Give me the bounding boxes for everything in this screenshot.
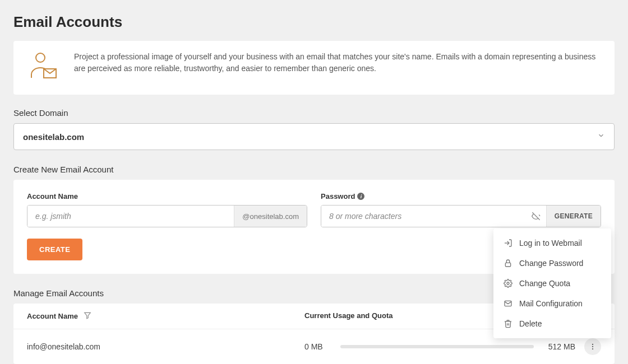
password-input[interactable] [321,206,526,227]
svg-rect-8 [505,263,510,267]
generate-password-button[interactable]: GENERATE [546,206,601,227]
filter-icon[interactable] [84,311,91,321]
menu-mail-config[interactable]: Mail Configuration [493,293,611,314]
email-user-icon [27,51,61,85]
svg-point-0 [36,53,45,62]
intro-card: Project a professional image of yourself… [13,41,615,95]
quota-max: 512 MB [542,342,575,351]
menu-change-password[interactable]: Change Password [493,253,611,273]
row-actions-menu: Log in to Webmail Change Password Change… [493,228,611,338]
mail-config-icon [504,299,512,308]
menu-item-label: Delete [519,319,542,328]
page-title: Email Accounts [13,13,615,31]
toggle-password-visibility-icon[interactable] [526,206,546,227]
domain-select[interactable]: onesitelab.com [13,123,615,150]
svg-point-4 [592,344,593,345]
menu-item-label: Change Password [519,259,583,268]
trash-icon [504,319,512,328]
create-account-label: Create New Email Account [13,165,615,174]
svg-point-6 [592,348,593,349]
column-account-name: Account Name [27,312,78,320]
password-label: Password i [321,192,601,200]
gear-icon [504,279,512,288]
account-email: info@onesitelab.com [27,342,304,351]
svg-point-9 [507,282,509,284]
usage-value: 0 MB [304,342,333,351]
account-name-suffix: @onesitelab.com [234,206,307,227]
menu-change-quota[interactable]: Change Quota [493,273,611,293]
quota-progress-bar [340,345,534,348]
selected-domain-value: onesitelab.com [23,132,84,142]
row-actions-button[interactable] [584,338,601,355]
menu-item-label: Log in to Webmail [519,239,582,248]
svg-point-5 [592,346,593,347]
select-domain-label: Select Domain [13,108,615,118]
menu-login-webmail[interactable]: Log in to Webmail [493,233,611,253]
svg-marker-3 [85,312,91,319]
account-name-input-group: @onesitelab.com [27,205,307,227]
chevron-down-icon [597,132,605,142]
menu-item-label: Mail Configuration [519,299,583,308]
account-name-input[interactable] [27,206,234,227]
login-icon [504,239,512,248]
intro-text: Project a professional image of yourself… [74,51,601,74]
create-button[interactable]: CREATE [27,239,82,260]
info-icon[interactable]: i [357,193,364,200]
account-name-label: Account Name [27,192,307,200]
menu-item-label: Change Quota [519,279,570,288]
password-input-group: GENERATE [321,205,601,227]
lock-icon [504,259,512,268]
menu-delete[interactable]: Delete [493,314,611,334]
